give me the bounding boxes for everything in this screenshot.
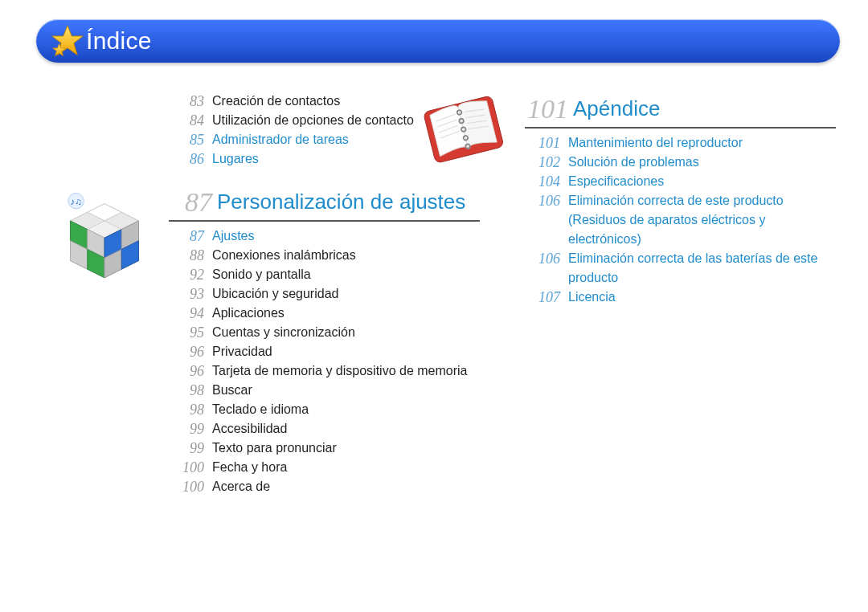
toc-entry-text: Eliminación correcta de las baterías de …	[568, 249, 836, 288]
toc-page-number: 100	[169, 458, 212, 477]
toc-page-number: 96	[169, 361, 212, 381]
toc-page-number: 96	[169, 342, 212, 361]
toc-page-number: 100	[169, 477, 212, 496]
toc-entry[interactable]: 87Ajustes	[169, 226, 480, 246]
toc-page-number: 85	[169, 130, 212, 149]
chapter-rule	[169, 220, 480, 222]
toc-entry[interactable]: 98Teclado e idioma	[169, 400, 480, 419]
toc-entry-text: Ubicación y seguridad	[212, 284, 480, 304]
toc-entry[interactable]: 102Solución de problemas	[525, 153, 836, 172]
toc-entry-text: Buscar	[212, 381, 480, 400]
toc-entry[interactable]: 100Acerca de	[169, 477, 480, 496]
chapter-rule	[525, 127, 836, 129]
chapter-heading-right[interactable]: 101 Apéndice	[525, 95, 836, 124]
toc-page-number: 86	[169, 149, 212, 169]
toc-entry-text: Ajustes	[212, 226, 480, 246]
toc-entry-text: Mantenimiento del reproductor	[568, 133, 836, 153]
toc-page-number: 99	[169, 419, 212, 439]
toc-entry[interactable]: 99Texto para pronunciar	[169, 439, 480, 458]
toc-entry[interactable]: 106Eliminación correcta de las baterías …	[525, 249, 836, 288]
toc-page-number: 93	[169, 284, 212, 304]
cube-icon: ♪♫	[55, 190, 154, 289]
svg-text:♪♫: ♪♫	[70, 197, 81, 206]
toc-page-number: 95	[169, 323, 212, 342]
toc-page-number: 106	[525, 191, 568, 210]
toc-entry-text: Cuentas y sincronización	[212, 323, 480, 342]
chapter-title: Personalización de ajustes	[217, 188, 480, 214]
toc-page-number: 104	[525, 172, 568, 191]
toc-page-number: 102	[525, 153, 568, 172]
toc-page-number: 99	[169, 439, 212, 458]
toc-entry[interactable]: 106Eliminación correcta de este producto…	[525, 191, 836, 249]
toc-entry[interactable]: 96Privacidad	[169, 342, 480, 361]
toc-page-number: 106	[525, 249, 568, 268]
chapter-heading-left[interactable]: 87 Personalización de ajustes	[169, 188, 480, 217]
chapter-title: Apéndice	[573, 95, 836, 120]
toc-entry-text: Licencia	[568, 288, 836, 307]
toc-entry-text: Especificaciones	[568, 172, 836, 191]
toc-entry-text: Accesibilidad	[212, 419, 480, 439]
toc-entry-text: Texto para pronunciar	[212, 439, 480, 458]
planner-icon	[412, 90, 515, 170]
toc-page-number: 88	[169, 246, 212, 265]
toc-page-number: 107	[525, 288, 568, 307]
toc-entry[interactable]: 104Especificaciones	[525, 172, 836, 191]
content: 83Creación de contactos84Utilización de …	[169, 92, 836, 588]
toc-entry-text: Teclado e idioma	[212, 400, 480, 419]
toc-entry[interactable]: 99Accesibilidad	[169, 419, 480, 439]
toc-entry[interactable]: 100Fecha y hora	[169, 458, 480, 477]
page-title: Índice	[86, 27, 152, 55]
right-column: 101 Apéndice 101Mantenimiento del reprod…	[525, 92, 836, 588]
toc-entry[interactable]: 101Mantenimiento del reproductor	[525, 133, 836, 153]
star-icon	[51, 24, 84, 58]
toc-entry-text: Sonido y pantalla	[212, 265, 480, 284]
toc-page-number: 84	[169, 111, 212, 130]
toc-entry[interactable]: 98Buscar	[169, 381, 480, 400]
left-entries: 87Ajustes88Conexiones inalámbricas92Soni…	[169, 226, 480, 496]
toc-entry[interactable]: 107Licencia	[525, 288, 836, 307]
toc-entry-text: Tarjeta de memoria y dispositivo de memo…	[212, 361, 480, 381]
toc-entry[interactable]: 94Aplicaciones	[169, 304, 480, 323]
toc-entry-text: Eliminación correcta de este producto (R…	[568, 191, 836, 249]
toc-page-number: 98	[169, 381, 212, 400]
toc-entry[interactable]: 96Tarjeta de memoria y dispositivo de me…	[169, 361, 480, 381]
page: Índice	[0, 0, 868, 612]
toc-entry-text: Privacidad	[212, 342, 480, 361]
toc-entry[interactable]: 88Conexiones inalámbricas	[169, 246, 480, 265]
toc-page-number: 101	[525, 133, 568, 153]
toc-entry-text: Solución de problemas	[568, 153, 836, 172]
toc-entry[interactable]: 92Sonido y pantalla	[169, 265, 480, 284]
toc-entry-text: Conexiones inalámbricas	[212, 246, 480, 265]
toc-entry-text: Acerca de	[212, 477, 480, 496]
chapter-page-number: 101	[525, 95, 573, 124]
toc-page-number: 83	[169, 92, 212, 111]
toc-entry-text: Fecha y hora	[212, 458, 480, 477]
toc-entry-text: Aplicaciones	[212, 304, 480, 323]
toc-page-number: 92	[169, 265, 212, 284]
toc-page-number: 94	[169, 304, 212, 323]
toc-page-number: 87	[169, 226, 212, 246]
toc-page-number: 98	[169, 400, 212, 419]
right-entries: 101Mantenimiento del reproductor102Soluc…	[525, 133, 836, 307]
chapter-page-number: 87	[169, 188, 217, 217]
header-bar: Índice	[36, 19, 840, 63]
toc-entry[interactable]: 95Cuentas y sincronización	[169, 323, 480, 342]
toc-entry[interactable]: 93Ubicación y seguridad	[169, 284, 480, 304]
